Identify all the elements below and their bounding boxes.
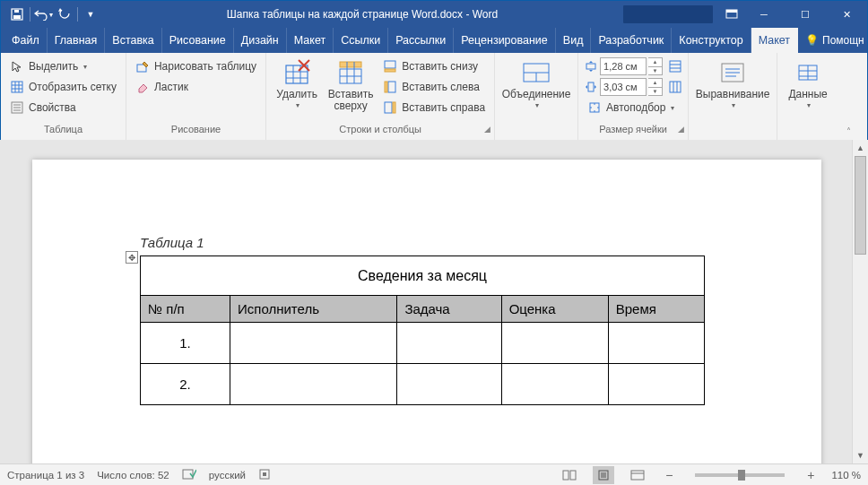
row-height-spinner[interactable]: ▲▼: [648, 57, 663, 75]
table-header-cell[interactable]: Исполнитель: [230, 296, 397, 323]
column-width-control[interactable]: 3,03 см ▲▼: [584, 77, 682, 97]
bulb-icon: 💡: [805, 34, 819, 47]
table-header-row[interactable]: № п/п Исполнитель Задача Оценка Время: [141, 296, 705, 323]
page: Таблица 1 ✥ Сведения за месяц № п/п Испо…: [32, 160, 821, 463]
dialog-launcher-icon[interactable]: ◢: [678, 125, 684, 134]
redo-button[interactable]: [54, 4, 75, 25]
dialog-launcher-icon[interactable]: ◢: [484, 125, 490, 134]
height-icon: [584, 59, 598, 74]
save-button[interactable]: [6, 4, 28, 25]
table-cell[interactable]: [230, 364, 397, 405]
table-cell[interactable]: [230, 323, 397, 364]
table-header-cell[interactable]: Время: [608, 296, 704, 323]
tab-draw[interactable]: Рисование: [162, 28, 234, 53]
table-header-cell[interactable]: Оценка: [501, 296, 608, 323]
tab-developer[interactable]: Разработчик: [591, 28, 672, 53]
group-data-label: [783, 124, 833, 140]
group-rowscols-label: Строки и столбцы◢: [272, 124, 489, 140]
cursor-icon: [10, 59, 24, 74]
scroll-down-icon[interactable]: ▼: [853, 447, 868, 463]
properties-button[interactable]: Свойства: [6, 98, 120, 117]
document-table[interactable]: Сведения за месяц № п/п Исполнитель Зада…: [140, 255, 705, 405]
tab-table-design[interactable]: Конструктор: [672, 28, 751, 53]
insert-left-button[interactable]: Вставить слева: [379, 77, 489, 97]
minimize-button[interactable]: ─: [743, 1, 785, 28]
zoom-level[interactable]: 110 %: [831, 470, 861, 481]
merge-label: Объединение: [502, 89, 571, 100]
eraser-button[interactable]: Ластик: [132, 77, 260, 97]
draw-table-button[interactable]: Нарисовать таблицу: [132, 56, 260, 76]
table-cell[interactable]: [501, 364, 608, 405]
column-width-input[interactable]: 3,03 см: [600, 78, 647, 96]
table-cell[interactable]: 2.: [141, 364, 230, 405]
tab-table-layout[interactable]: Макет: [751, 28, 798, 53]
zoom-slider-knob[interactable]: [738, 470, 745, 481]
scroll-thumb[interactable]: [855, 156, 866, 255]
table-row[interactable]: 2.: [141, 364, 705, 405]
close-button[interactable]: ✕: [826, 1, 867, 28]
table-cell[interactable]: [608, 364, 704, 405]
table-cell[interactable]: [608, 323, 704, 364]
merge-button[interactable]: Объединение▾: [500, 56, 572, 117]
vertical-scrollbar[interactable]: ▲ ▼: [852, 140, 868, 463]
scroll-up-icon[interactable]: ▲: [853, 140, 868, 156]
distribute-columns-icon[interactable]: [668, 80, 682, 94]
table-header-cell[interactable]: Задача: [397, 296, 501, 323]
tab-file[interactable]: Файл: [4, 28, 48, 53]
web-layout-icon[interactable]: [627, 466, 648, 484]
tab-references[interactable]: Ссылки: [334, 28, 388, 53]
tab-insert[interactable]: Вставка: [105, 28, 161, 53]
document-scroll[interactable]: Таблица 1 ✥ Сведения за месяц № п/п Испо…: [0, 140, 852, 463]
zoom-in-button[interactable]: +: [803, 468, 819, 482]
scroll-track[interactable]: [853, 156, 868, 447]
insert-right-button[interactable]: Вставить справа: [379, 98, 489, 117]
select-button[interactable]: Выделить▾: [6, 56, 120, 76]
page-status[interactable]: Страница 1 из 3: [7, 470, 84, 481]
insert-above-button[interactable]: Вставить сверху: [326, 56, 376, 117]
user-account[interactable]: [623, 5, 713, 23]
row-height-control[interactable]: 1,28 см ▲▼: [584, 56, 682, 76]
tab-review[interactable]: Рецензирование: [454, 28, 556, 53]
collapse-ribbon[interactable]: ˄: [838, 53, 858, 140]
tab-view[interactable]: Вид: [556, 28, 592, 53]
delete-button[interactable]: Удалить▾: [272, 56, 322, 117]
autofit-button[interactable]: Автоподбор▾: [584, 98, 682, 117]
table-header-cell[interactable]: № п/п: [141, 296, 230, 323]
tab-mailings[interactable]: Рассылки: [388, 28, 454, 53]
table-cell[interactable]: [501, 323, 608, 364]
row-height-input[interactable]: 1,28 см: [600, 57, 647, 75]
distribute-rows-icon[interactable]: [668, 59, 682, 74]
zoom-slider[interactable]: [695, 473, 785, 477]
read-mode-icon[interactable]: [559, 466, 580, 484]
tab-design[interactable]: Дизайн: [234, 28, 287, 53]
svg-rect-34: [385, 82, 387, 92]
data-button[interactable]: Данные▾: [783, 56, 833, 117]
table-title-cell[interactable]: Сведения за месяц: [141, 256, 705, 296]
table-cell[interactable]: [397, 364, 501, 405]
table-cell[interactable]: 1.: [141, 323, 230, 364]
group-alignment: Выравнивание▾: [689, 53, 777, 140]
alignment-button[interactable]: Выравнивание▾: [694, 56, 771, 117]
table-cell[interactable]: [397, 323, 501, 364]
tab-home[interactable]: Главная: [48, 28, 106, 53]
print-layout-icon[interactable]: [593, 466, 614, 484]
insert-below-button[interactable]: Вставить снизу: [379, 56, 489, 76]
titlebar: ▾ ▼ Шапка таблицы на каждой странице Wor…: [1, 1, 867, 28]
zoom-out-button[interactable]: −: [661, 468, 677, 482]
word-count[interactable]: Число слов: 52: [97, 470, 169, 481]
view-gridlines-button[interactable]: Отобразить сетку: [6, 77, 120, 97]
eraser-icon: [135, 80, 150, 94]
qat-customize[interactable]: ▼: [80, 4, 101, 25]
macro-icon[interactable]: [258, 468, 271, 482]
ribbon-display-options[interactable]: [720, 3, 743, 26]
proofing-icon[interactable]: [182, 468, 196, 482]
table-move-handle[interactable]: ✥: [126, 251, 138, 264]
language-status[interactable]: русский: [209, 470, 246, 481]
table-caption[interactable]: Таблица 1: [140, 235, 821, 250]
table-row[interactable]: 1.: [141, 323, 705, 364]
tell-me[interactable]: 💡Помощн: [798, 28, 868, 53]
column-width-spinner[interactable]: ▲▼: [648, 78, 663, 96]
tab-layout[interactable]: Макет: [287, 28, 334, 53]
maximize-button[interactable]: ☐: [785, 1, 826, 28]
undo-button[interactable]: ▾: [32, 4, 54, 25]
